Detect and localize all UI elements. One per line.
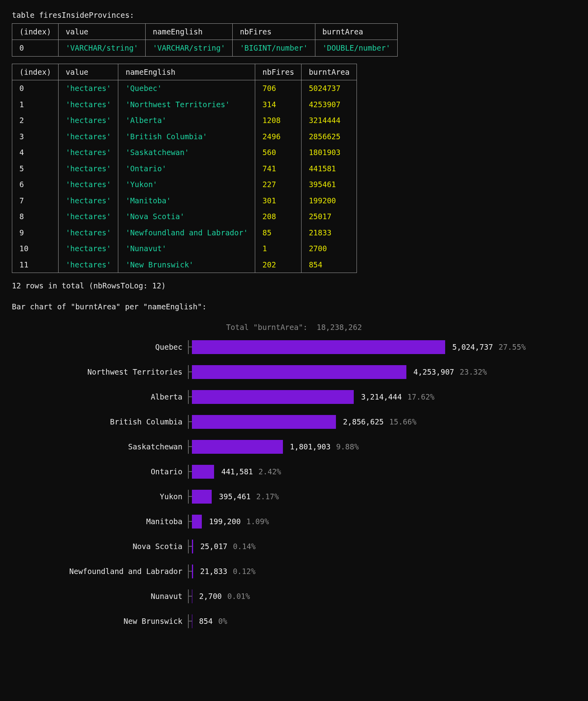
chart-bar-wrap: 3,214,44417.62% xyxy=(192,390,445,404)
table-cell: 2496 xyxy=(255,129,302,145)
data-table: (index)valuenameEnglishnbFiresburntArea … xyxy=(12,64,357,273)
chart-category-label: Nova Scotia xyxy=(12,541,188,552)
chart-value-label: 199,200 xyxy=(202,516,241,527)
chart-category-label: Saskatchewan xyxy=(12,441,188,453)
schema-table: (index)valuenameEnglishnbFiresburntArea … xyxy=(12,23,398,57)
axis-tick xyxy=(188,565,192,578)
table-cell: 'Saskatchewan' xyxy=(118,144,255,161)
chart-percentage-label: 0.01% xyxy=(222,591,250,602)
chart-bar-wrap: 8540% xyxy=(192,614,445,628)
chart-value-label: 4,253,907 xyxy=(406,366,454,378)
table-cell: 'hectares' xyxy=(59,161,118,177)
table-cell: 3214444 xyxy=(302,112,357,129)
schema-header: value xyxy=(59,23,146,40)
chart-category-label: Ontario xyxy=(12,466,188,477)
chart-value-label: 395,461 xyxy=(212,491,250,502)
table-cell: 'VARCHAR/string' xyxy=(59,40,146,57)
table-cell: 'hectares' xyxy=(59,176,118,193)
chart-bar xyxy=(192,340,445,354)
schema-header: nameEnglish xyxy=(146,23,233,40)
table-cell: 'Manitoba' xyxy=(118,193,255,209)
table-cell: 3 xyxy=(12,129,59,145)
chart-value-label: 3,214,444 xyxy=(354,391,402,403)
table-row: 4'hectares''Saskatchewan'5601801903 xyxy=(12,144,357,161)
axis-tick xyxy=(188,515,192,529)
table-cell: 202 xyxy=(255,257,302,273)
table-row: 1'hectares''Northwest Territories'314425… xyxy=(12,97,357,113)
table-cell: 'hectares' xyxy=(59,112,118,129)
table-cell: 'Yukon' xyxy=(118,176,255,193)
chart-value-label: 25,017 xyxy=(193,541,228,552)
chart-bar-wrap: 441,5812.42% xyxy=(192,465,445,479)
axis-tick xyxy=(188,365,192,379)
chart-row: Alberta3,214,44417.62% xyxy=(12,390,576,404)
table-cell: 'hectares' xyxy=(59,129,118,145)
table-cell: 'hectares' xyxy=(59,193,118,209)
table-cell: 208 xyxy=(255,208,302,225)
chart-percentage-label: 9.88% xyxy=(330,441,358,453)
chart-category-label: Yukon xyxy=(12,491,188,502)
table-cell: 6 xyxy=(12,176,59,193)
axis-tick xyxy=(188,490,192,504)
chart-bar-wrap: 25,0170.14% xyxy=(192,540,445,553)
chart-value-label: 5,024,737 xyxy=(445,341,493,353)
rows-total: 12 rows in total (nbRowsToLog: 12) xyxy=(12,280,576,292)
chart-percentage-label: 2.17% xyxy=(250,491,279,502)
chart-bar xyxy=(192,390,354,404)
axis-tick xyxy=(188,415,192,429)
table-row: 0'hectares''Quebec'7065024737 xyxy=(12,80,357,97)
table-row: 7'hectares''Manitoba'301199200 xyxy=(12,193,357,209)
chart-value-label: 854 xyxy=(192,616,212,627)
chart-category-label: Northwest Territories xyxy=(12,366,188,378)
table-row: 2'hectares''Alberta'12083214444 xyxy=(12,112,357,129)
table-cell: 741 xyxy=(255,161,302,177)
chart-total-value: 18,238,262 xyxy=(317,323,362,332)
chart-row: Ontario441,5812.42% xyxy=(12,465,576,479)
table-cell: 21833 xyxy=(302,225,357,241)
data-header: burntArea xyxy=(302,64,357,80)
chart-row: British Columbia2,856,62515.66% xyxy=(12,415,576,429)
table-cell: 2 xyxy=(12,112,59,129)
chart-category-label: Alberta xyxy=(12,391,188,403)
chart-total-label: Total "burntArea": xyxy=(226,323,307,332)
chart-bar xyxy=(192,440,283,454)
chart-bar-wrap: 2,7000.01% xyxy=(192,589,445,603)
chart-category-label: Manitoba xyxy=(12,516,188,527)
chart-category-label: British Columbia xyxy=(12,416,188,428)
table-cell: 227 xyxy=(255,176,302,193)
chart-bar-wrap: 5,024,73727.55% xyxy=(192,340,526,354)
chart-value-label: 441,581 xyxy=(214,466,253,477)
table-cell: 5 xyxy=(12,161,59,177)
axis-tick xyxy=(188,589,192,603)
chart-bar-wrap: 199,2001.09% xyxy=(192,515,445,529)
chart-percentage-label: 15.66% xyxy=(384,416,417,428)
table-cell: 'hectares' xyxy=(59,225,118,241)
chart-percentage-label: 0.14% xyxy=(228,541,256,552)
table-cell: 'hectares' xyxy=(59,241,118,257)
chart-bar-wrap: 1,801,9039.88% xyxy=(192,440,445,454)
table-cell: 'Northwest Territories' xyxy=(118,97,255,113)
table-cell: 0 xyxy=(12,80,59,97)
chart-row: Quebec5,024,73727.55% xyxy=(12,340,576,354)
data-header: (index) xyxy=(12,64,59,80)
chart-value-label: 2,856,625 xyxy=(336,416,384,428)
axis-tick xyxy=(188,340,192,354)
table-cell: 1 xyxy=(255,241,302,257)
chart-bar-wrap: 4,253,90723.32% xyxy=(192,365,487,379)
table-cell: 'New Brunswick' xyxy=(118,257,255,273)
table-cell: 4 xyxy=(12,144,59,161)
chart-percentage-label: 0% xyxy=(212,616,227,627)
chart-bar xyxy=(192,515,202,529)
table-cell: 560 xyxy=(255,144,302,161)
table-row: 11'hectares''New Brunswick'202854 xyxy=(12,257,357,273)
chart-bar xyxy=(192,365,406,379)
table-cell: 1208 xyxy=(255,112,302,129)
axis-tick xyxy=(188,440,192,454)
chart-bar xyxy=(192,465,214,479)
chart-percentage-label: 17.62% xyxy=(402,391,434,403)
table-cell: 5024737 xyxy=(302,80,357,97)
chart-total: Total "burntArea": 18,238,262 xyxy=(12,322,576,333)
data-header: value xyxy=(59,64,118,80)
data-header: nameEnglish xyxy=(118,64,255,80)
chart-row: Nunavut2,7000.01% xyxy=(12,589,576,603)
